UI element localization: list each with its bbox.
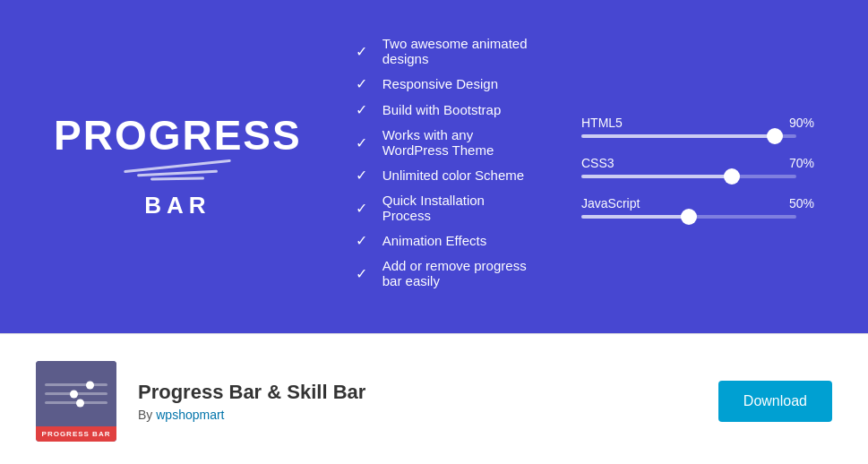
list-item: ✓Build with Bootstrap: [356, 101, 528, 118]
skill-html5: HTML5 90%: [581, 116, 814, 138]
plugin-name: Progress Bar & Skill Bar: [138, 381, 697, 404]
skill-thumb: [681, 209, 697, 225]
list-item: ✓Add or remove progress bar easily: [356, 258, 528, 288]
skill-header: JavaScript 50%: [581, 196, 814, 211]
skill-javascript: JavaScript 50%: [581, 196, 814, 219]
check-icon: ✓: [356, 200, 374, 217]
check-icon: ✓: [356, 232, 374, 249]
skill-name: CSS3: [581, 156, 614, 170]
list-item: ✓Works with any WordPress Theme: [356, 127, 528, 158]
logo-line-2: [137, 169, 218, 176]
icon-sliders: [36, 361, 116, 426]
slider-row: [45, 383, 107, 386]
slider-track: [45, 383, 107, 386]
download-button[interactable]: Download: [718, 381, 832, 422]
author-label: By: [138, 408, 152, 422]
skill-track: [581, 134, 796, 138]
check-icon: ✓: [356, 167, 374, 184]
check-icon: ✓: [356, 134, 374, 151]
plugin-logo: PROGRESS BAR: [54, 115, 302, 219]
list-item: ✓Animation Effects: [356, 232, 528, 249]
plugin-author: By wpshopmart: [138, 408, 697, 422]
slider-thumb: [70, 390, 78, 398]
hero-banner: PROGRESS BAR ✓Two awesome animated desig…: [0, 0, 868, 333]
skill-css3: CSS3 70%: [581, 156, 814, 178]
list-item: ✓Two awesome animated designs: [356, 36, 528, 66]
skill-header: HTML5 90%: [581, 116, 814, 130]
skill-track: [581, 175, 796, 178]
features-list: ✓Two awesome animated designs ✓Responsiv…: [356, 36, 528, 297]
list-item: ✓Responsive Design: [356, 75, 528, 92]
skill-thumb: [767, 128, 783, 144]
slider-row: [45, 392, 107, 395]
slider-row: [45, 401, 107, 404]
check-icon: ✓: [356, 265, 374, 282]
slider-track: [45, 401, 107, 404]
logo-subtitle: BAR: [144, 192, 211, 219]
skill-track: [581, 215, 796, 219]
skill-name: HTML5: [581, 116, 623, 130]
author-link[interactable]: wpshopmart: [156, 408, 224, 422]
skill-fill: [581, 175, 732, 178]
list-item: ✓Quick Installation Process: [356, 193, 528, 223]
logo-title: PROGRESS: [54, 115, 302, 156]
skill-fill: [581, 134, 775, 138]
skill-percent: 70%: [789, 156, 814, 170]
plugin-info: Progress Bar & Skill Bar By wpshopmart: [138, 381, 697, 422]
skill-name: JavaScript: [581, 196, 640, 211]
logo-line-3: [150, 176, 204, 180]
skills-section: HTML5 90% CSS3 70% JavaScript 50%: [581, 116, 814, 219]
check-icon: ✓: [356, 75, 374, 92]
check-icon: ✓: [356, 101, 374, 118]
skill-header: CSS3 70%: [581, 156, 814, 170]
logo-decoration: [119, 165, 236, 181]
icon-label: PROGRESS BAR: [36, 426, 116, 442]
slider-thumb: [76, 399, 84, 407]
skill-fill: [581, 215, 689, 219]
list-item: ✓Unlimited color Scheme: [356, 167, 528, 184]
check-icon: ✓: [356, 43, 374, 60]
slider-thumb: [86, 381, 94, 389]
skill-thumb: [724, 168, 740, 185]
plugin-card: PROGRESS BAR Progress Bar & Skill Bar By…: [0, 333, 868, 464]
slider-track: [45, 392, 107, 395]
skill-percent: 90%: [789, 116, 814, 130]
plugin-icon: PROGRESS BAR: [36, 361, 116, 442]
skill-percent: 50%: [789, 196, 814, 211]
